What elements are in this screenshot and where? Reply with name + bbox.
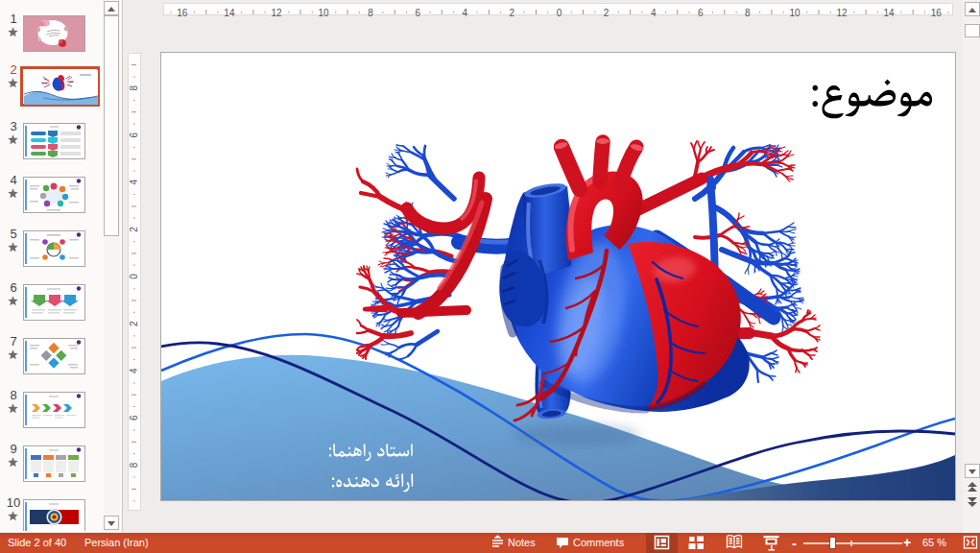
svg-text:14: 14 [884,8,896,18]
svg-text:8: 8 [129,462,139,468]
svg-text:2: 2 [510,8,515,18]
svg-text:4: 4 [651,8,657,18]
svg-text:16: 16 [177,8,188,18]
svg-text:2: 2 [129,227,139,232]
svg-text:6: 6 [129,415,139,421]
svg-text:0: 0 [129,274,139,279]
svg-text:8: 8 [745,8,751,18]
svg-text:12: 12 [836,8,848,18]
svg-text:8: 8 [129,84,139,90]
svg-text:2: 2 [129,321,139,326]
svg-text:4: 4 [129,368,139,373]
svg-text:6: 6 [415,8,420,18]
svg-text:6: 6 [698,8,704,18]
svg-text:4: 4 [463,8,468,18]
svg-text:10: 10 [318,8,329,18]
svg-text:4: 4 [129,180,139,185]
svg-text:10: 10 [789,8,801,18]
svg-text:8: 8 [368,8,373,18]
svg-text:6: 6 [129,132,139,137]
svg-text:12: 12 [271,8,282,18]
svg-text:16: 16 [931,8,943,18]
svg-text:2: 2 [604,8,610,18]
svg-text:14: 14 [224,8,235,18]
svg-text:0: 0 [557,8,562,18]
